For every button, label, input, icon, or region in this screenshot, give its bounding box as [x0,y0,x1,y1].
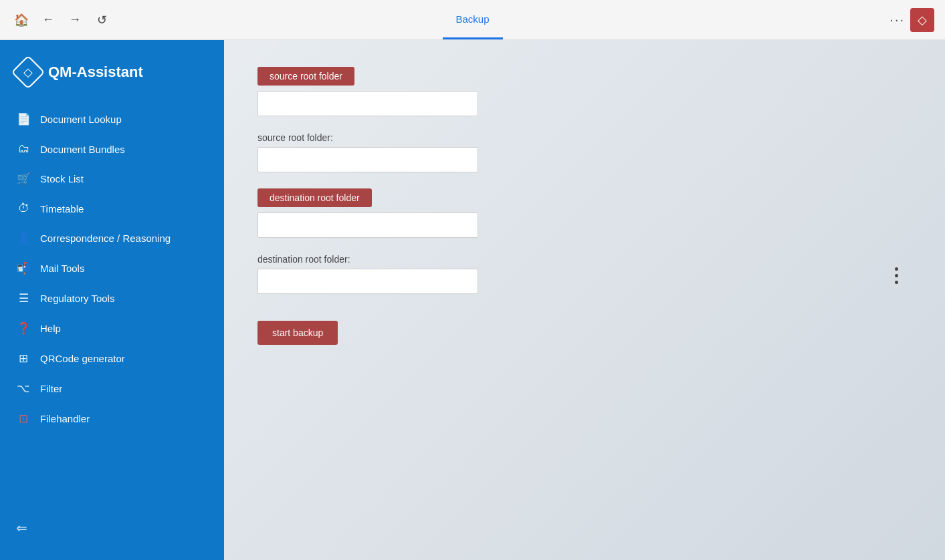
sidebar-item-label: Help [40,323,61,334]
forward-button[interactable]: → [64,9,86,31]
sidebar-item-stock-list[interactable]: 🛒 Stock List [0,164,224,194]
sidebar-item-filter[interactable]: ⌥ Filter [0,374,224,404]
brand-icon: ◇ [11,55,45,90]
dot-2 [895,274,898,277]
tab-bar: Backup [442,0,502,39]
sidebar-item-help[interactable]: ❓ Help [0,313,224,343]
sidebar-item-label: Mail Tools [40,263,84,274]
sidebar-item-correspondence[interactable]: 👤 Correspondence / Reasoning [0,223,224,253]
source-root-input-1[interactable] [257,91,478,116]
floating-dots-menu[interactable] [895,267,898,284]
content-area: source root folder source root folder: d… [224,40,945,560]
destination-root-label: destination root folder: [257,254,726,265]
sidebar-item-label: Filehandler [40,413,90,424]
correspondence-icon: 👤 [16,231,31,245]
sidebar-item-label: Filter [40,383,62,394]
tab-backup[interactable]: Backup [442,0,502,39]
content-wrapper: source root folder source root folder: d… [257,67,912,345]
document-bundles-icon: 🗂 [16,142,31,156]
filehandler-icon: ⊡ [16,412,31,426]
sidebar-item-label: QRCode generator [40,353,125,364]
help-icon: ❓ [16,321,31,335]
brand-name: QM-Assistant [48,63,143,81]
sidebar-brand: ◇ QM-Assistant [0,53,224,104]
sidebar-item-qrcode[interactable]: ⊞ QRCode generator [0,343,224,374]
sidebar-item-label: Correspondence / Reasoning [40,233,171,244]
destination-root-badge: destination root folder [257,188,372,207]
sidebar-item-regulatory-tools[interactable]: ☰ Regulatory Tools [0,283,224,313]
source-root-label-group: source root folder: [257,132,726,172]
qrcode-icon: ⊞ [16,352,31,366]
sidebar-collapse-button[interactable]: ⇐ [16,520,208,536]
refresh-button[interactable]: ↺ [91,9,112,31]
dot-3 [895,281,898,284]
sidebar-item-label: Stock List [40,173,84,184]
sidebar-item-mail-tools[interactable]: 📬 Mail Tools [0,253,224,283]
nav-controls: 🏠 ← → ↺ [11,9,112,31]
dot-1 [895,267,898,271]
source-root-label: source root folder: [257,132,726,143]
topbar: 🏠 ← → ↺ Backup ··· ◇ [0,0,945,40]
sidebar-bottom: ⇐ [0,509,224,547]
sidebar-item-timetable[interactable]: ⏱ Timetable [0,194,224,223]
source-root-input-2[interactable] [257,147,478,172]
destination-root-input-2[interactable] [257,269,478,294]
sidebar-item-label: Document Lookup [40,114,122,125]
timetable-icon: ⏱ [16,202,31,215]
more-button[interactable]: ··· [889,12,905,27]
sidebar-item-label: Document Bundles [40,144,125,155]
destination-root-label-group: destination root folder: [257,254,726,294]
filter-icon: ⌥ [16,382,31,396]
destination-root-input-1[interactable] [257,213,478,238]
source-root-badge-group: source root folder [257,67,726,116]
mail-tools-icon: 📬 [16,261,31,275]
back-button[interactable]: ← [37,9,59,31]
source-root-badge: source root folder [257,67,354,86]
sidebar-item-document-lookup[interactable]: 📄 Document Lookup [0,104,224,134]
topbar-right: ··· ◇ [889,8,934,32]
brand-badge: ◇ [910,8,934,32]
main-layout: ◇ QM-Assistant 📄 Document Lookup 🗂 Docum… [0,40,945,560]
destination-root-badge-group: destination root folder [257,188,726,238]
sidebar-item-filehandler[interactable]: ⊡ Filehandler [0,404,224,434]
start-backup-button[interactable]: start backup [257,321,338,345]
stock-list-icon: 🛒 [16,172,31,186]
regulatory-tools-icon: ☰ [16,291,31,305]
home-button[interactable]: 🏠 [11,9,32,31]
backup-form: source root folder source root folder: d… [257,67,726,345]
sidebar: ◇ QM-Assistant 📄 Document Lookup 🗂 Docum… [0,40,224,560]
sidebar-item-label: Timetable [40,203,84,215]
sidebar-item-label: Regulatory Tools [40,293,114,304]
document-lookup-icon: 📄 [16,112,31,126]
sidebar-item-document-bundles[interactable]: 🗂 Document Bundles [0,134,224,164]
